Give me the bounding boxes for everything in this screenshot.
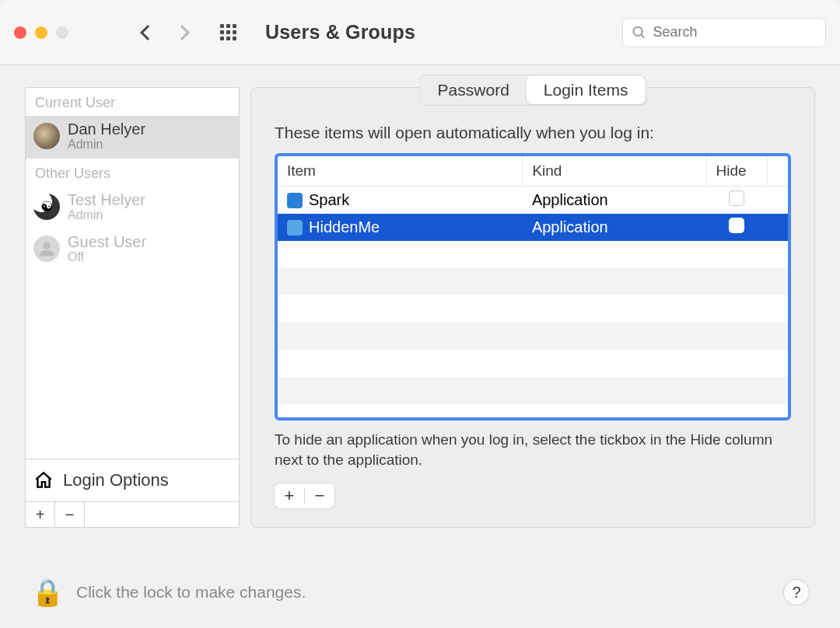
login-item-add-remove: + − xyxy=(275,483,334,508)
avatar: ☯ xyxy=(33,194,60,220)
avatar xyxy=(33,236,60,262)
item-name: HiddenMe xyxy=(309,218,380,236)
table-row-empty xyxy=(278,350,788,377)
page-title: Users & Groups xyxy=(265,21,415,44)
table-row-empty xyxy=(278,323,788,350)
panel-hint: To hide an application when you log in, … xyxy=(275,430,791,469)
item-kind: Application xyxy=(523,214,706,241)
help-button[interactable]: ? xyxy=(784,580,809,605)
table-row-empty xyxy=(278,295,788,323)
show-all-prefs-button[interactable] xyxy=(220,24,237,41)
sidebar-user-current[interactable]: Dan Helyer Admin xyxy=(26,116,239,158)
nav-buttons xyxy=(142,27,187,38)
panel-description: These items will open automatically when… xyxy=(275,124,791,142)
add-login-item-button[interactable]: + xyxy=(275,483,304,508)
item-name: Spark xyxy=(309,191,349,208)
lock-icon[interactable]: 🔒 xyxy=(31,577,64,608)
svg-point-0 xyxy=(633,26,642,35)
hide-checkbox[interactable] xyxy=(729,218,744,233)
sidebar-user-other[interactable]: ☯ Test Helyer Admin xyxy=(26,187,239,229)
zoom-window-button[interactable] xyxy=(56,26,68,39)
lock-bar: 🔒 Click the lock to make changes. ? xyxy=(31,577,809,608)
remove-user-button[interactable]: − xyxy=(55,502,85,527)
table-row-empty xyxy=(278,241,788,268)
main-panel-area: Password Login Items These items will op… xyxy=(250,87,815,528)
user-role: Off xyxy=(68,250,146,264)
sidebar-user-guest[interactable]: Guest User Off xyxy=(26,229,239,270)
table-row-empty xyxy=(278,377,788,404)
other-users-label: Other Users xyxy=(26,159,239,187)
current-user-label: Current User xyxy=(26,88,239,116)
sidebar-add-remove: + − xyxy=(26,501,239,527)
hide-checkbox[interactable] xyxy=(729,190,744,206)
column-kind[interactable]: Kind xyxy=(523,156,706,187)
login-items-table-wrapper: Item Kind Hide SparkApplicationHiddenMeA… xyxy=(275,153,791,420)
remove-login-item-button[interactable]: − xyxy=(305,483,334,508)
user-sidebar: Current User Dan Helyer Admin Other User… xyxy=(25,87,240,528)
user-name: Test Helyer xyxy=(68,191,145,208)
titlebar: Users & Groups xyxy=(0,0,840,65)
search-icon xyxy=(632,24,646,41)
window-controls xyxy=(14,26,68,39)
forward-button[interactable] xyxy=(174,25,190,40)
home-icon xyxy=(33,470,54,490)
login-options-label: Login Options xyxy=(63,470,169,490)
column-hide[interactable]: Hide xyxy=(706,156,768,187)
close-window-button[interactable] xyxy=(14,26,26,39)
user-role: Admin xyxy=(68,138,145,152)
login-options-button[interactable]: Login Options xyxy=(26,459,239,501)
user-name: Dan Helyer xyxy=(68,120,145,138)
user-name: Guest User xyxy=(68,233,146,250)
tab-bar: Password Login Items xyxy=(419,75,647,106)
table-row[interactable]: HiddenMeApplication xyxy=(278,214,788,241)
user-role: Admin xyxy=(68,208,145,222)
minimize-window-button[interactable] xyxy=(35,26,47,39)
table-row[interactable]: SparkApplication xyxy=(278,187,788,214)
tab-login-items[interactable]: Login Items xyxy=(527,76,646,104)
back-button[interactable] xyxy=(140,25,156,40)
avatar xyxy=(33,123,60,149)
svg-point-2 xyxy=(43,242,50,249)
svg-line-1 xyxy=(641,34,644,37)
lock-message: Click the lock to make changes. xyxy=(76,583,306,602)
item-kind: Application xyxy=(523,187,706,214)
search-field-wrapper[interactable] xyxy=(622,18,826,47)
tab-password[interactable]: Password xyxy=(421,76,527,104)
login-items-panel: These items will open automatically when… xyxy=(250,87,815,528)
search-input[interactable] xyxy=(653,24,817,40)
app-icon xyxy=(287,220,303,236)
column-item[interactable]: Item xyxy=(278,156,523,187)
login-items-table: Item Kind Hide SparkApplicationHiddenMeA… xyxy=(278,156,788,420)
app-icon xyxy=(287,193,303,208)
table-row-empty xyxy=(278,404,788,421)
table-row-empty xyxy=(278,268,788,295)
add-user-button[interactable]: + xyxy=(26,502,55,527)
